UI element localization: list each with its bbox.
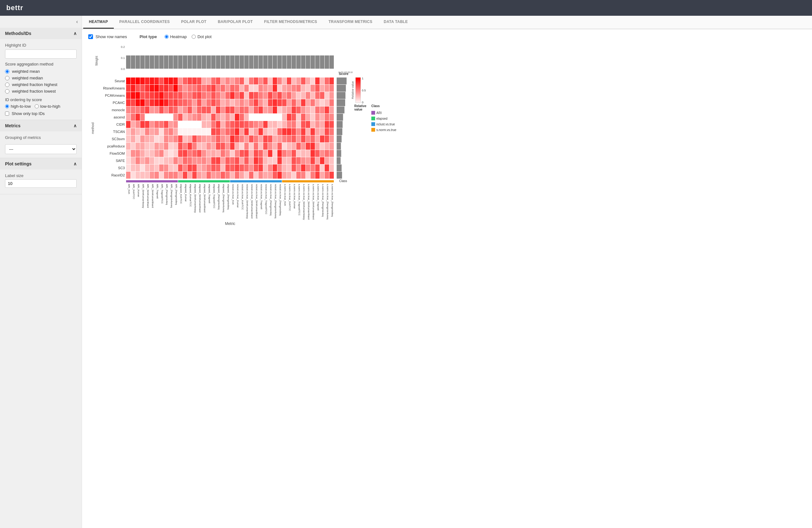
aggregation-weighted-mean[interactable]: weighted mean — [5, 69, 77, 74]
svg-rect-621 — [131, 172, 135, 179]
show-row-names-label[interactable]: Show row names — [88, 34, 127, 39]
svg-rect-78 — [268, 77, 272, 85]
svg-rect-613 — [301, 164, 305, 171]
svg-text:elapsed_KumarTCC: elapsed_KumarTCC — [189, 184, 192, 207]
svg-rect-347 — [292, 121, 296, 128]
svg-rect-624 — [145, 172, 149, 179]
svg-rect-464 — [221, 143, 225, 150]
methods-ids-header[interactable]: Methods/IDs ∧ — [0, 28, 82, 39]
label-size-input[interactable] — [5, 179, 77, 188]
svg-rect-647 — [254, 172, 258, 179]
svg-rect-133 — [320, 85, 324, 92]
svg-rect-147 — [178, 92, 183, 99]
svg-rect-641 — [226, 172, 230, 179]
svg-rect-103 — [178, 85, 183, 92]
highlight-id-input[interactable] — [5, 49, 77, 59]
tab-bar-polar-plot[interactable]: BAR/POLAR PLOT — [212, 16, 259, 29]
tab-heatmap[interactable]: HEATMAP — [83, 16, 114, 29]
tab-transform-metrics[interactable]: TRANSFORM METRICS — [323, 16, 378, 29]
svg-rect-421 — [226, 135, 230, 142]
svg-rect-35 — [273, 56, 277, 69]
tab-parallel-coordinates[interactable]: PARALLEL COORDINATES — [114, 16, 176, 29]
svg-rect-574 — [325, 157, 329, 164]
grouping-metrics-dropdown[interactable]: --- — [5, 144, 77, 154]
show-top-ids-checkbox[interactable] — [5, 112, 9, 116]
svg-rect-439 — [310, 135, 315, 142]
svg-rect-33 — [263, 56, 267, 69]
svg-text:ARI_SimKumar4hard: ARI_SimKumar4hard — [147, 184, 149, 208]
tab-polar-plot[interactable]: POLAR PLOT — [176, 16, 212, 29]
svg-rect-22 — [211, 56, 216, 69]
tab-filter-methods[interactable]: FILTER METHODS/METRICS — [259, 16, 323, 29]
aggregation-weighted-median[interactable]: weighted median — [5, 76, 77, 80]
svg-rect-655 — [292, 172, 296, 179]
show-row-names-checkbox[interactable] — [88, 34, 93, 39]
svg-rect-176 — [315, 92, 320, 99]
svg-rect-411 — [178, 135, 183, 142]
svg-rect-7 — [140, 56, 145, 69]
svg-rect-206 — [249, 99, 253, 106]
svg-rect-379 — [235, 128, 239, 135]
svg-rect-209 — [263, 99, 267, 106]
svg-rect-38 — [287, 56, 291, 69]
svg-rect-567 — [292, 157, 296, 164]
plot-settings-header[interactable]: Plot settings ∧ — [0, 158, 82, 170]
svg-text:elapsed_SimKumar4easy: elapsed_SimKumar4easy — [194, 184, 197, 212]
svg-rect-102 — [173, 85, 178, 92]
svg-rect-94 — [135, 85, 140, 92]
svg-text:TSCAN: TSCAN — [113, 130, 125, 134]
svg-rect-586 — [173, 164, 178, 171]
svg-text:ARI_Trapnell: ARI_Trapnell — [156, 184, 159, 199]
svg-rect-258 — [287, 106, 291, 114]
ordering-low-to-high[interactable]: low-to-high — [35, 104, 60, 109]
svg-rect-303 — [292, 114, 296, 121]
svg-rect-583 — [159, 164, 164, 171]
svg-rect-732 — [371, 128, 375, 132]
svg-rect-382 — [249, 128, 253, 135]
svg-rect-62 — [192, 77, 197, 85]
plot-type-dotplot-label: Dot plot — [197, 34, 212, 39]
plot-type-heatmap[interactable]: Heatmap — [164, 34, 187, 39]
metrics-header[interactable]: Metrics ∧ — [0, 120, 82, 131]
tab-data-table[interactable]: DATA TABLE — [378, 16, 414, 29]
sidebar-collapse-icon: ‹ — [76, 19, 78, 25]
svg-rect-555 — [235, 157, 239, 164]
svg-rect-650 — [268, 172, 272, 179]
svg-rect-582 — [155, 164, 159, 171]
svg-rect-197 — [206, 99, 211, 106]
show-top-ids-checkbox-label[interactable]: Show only top IDs — [5, 111, 77, 116]
svg-rect-251 — [254, 106, 258, 114]
svg-rect-222 — [325, 99, 329, 106]
svg-rect-98 — [155, 85, 159, 92]
svg-rect-264 — [315, 106, 320, 114]
sidebar-toggle-button[interactable]: ‹ — [0, 16, 82, 28]
svg-rect-338 — [249, 121, 253, 128]
ordering-high-to-low[interactable]: high-to-low — [5, 104, 31, 109]
svg-rect-142 — [155, 92, 159, 99]
svg-rect-384 — [259, 128, 263, 135]
svg-text:s.norm.vs.true_Kumar: s.norm.vs.true_Kumar — [293, 184, 296, 209]
svg-rect-528 — [315, 150, 320, 157]
aggregation-weighted-fraction-highest[interactable]: weighted fraction highest — [5, 82, 77, 87]
svg-rect-259 — [292, 106, 296, 114]
svg-rect-591 — [197, 164, 201, 171]
svg-rect-592 — [202, 164, 206, 171]
svg-rect-507 — [216, 150, 220, 157]
plot-type-dotplot[interactable]: Dot plot — [192, 34, 212, 39]
svg-rect-316 — [145, 121, 149, 128]
methods-ids-chevron: ∧ — [73, 31, 77, 36]
aggregation-weighted-mean-label: weighted mean — [12, 69, 40, 74]
svg-rect-537 — [150, 157, 154, 164]
grouping-metrics-label: Grouping of metrics — [5, 135, 77, 140]
svg-rect-279 — [178, 114, 183, 121]
svg-rect-199 — [216, 99, 220, 106]
svg-rect-691 — [337, 164, 342, 171]
svg-rect-143 — [159, 92, 164, 99]
svg-rect-399 — [329, 128, 334, 135]
svg-rect-371 — [197, 128, 201, 135]
svg-rect-269 — [131, 114, 135, 121]
svg-rect-186 — [155, 99, 159, 106]
aggregation-weighted-fraction-lowest[interactable]: weighted fraction lowest — [5, 89, 77, 93]
svg-rect-138 — [135, 92, 140, 99]
svg-rect-531 — [329, 150, 334, 157]
